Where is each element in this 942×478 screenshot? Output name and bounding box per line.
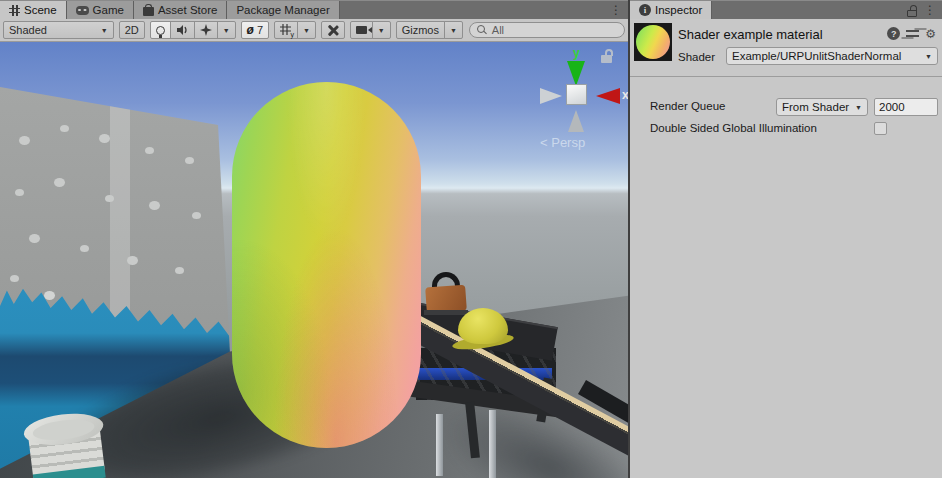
lightbulb-icon [156, 26, 165, 35]
gizmos-dropdown-button[interactable]: ▼ [444, 21, 463, 39]
shader-capsule[interactable] [232, 82, 421, 448]
scene-camera-button[interactable] [350, 21, 373, 39]
editor-tools-button[interactable] [321, 21, 345, 39]
crossed-tools-icon [327, 24, 339, 36]
camera-dropdown-button[interactable]: ▼ [372, 21, 391, 39]
double-sided-gi-row: Double Sided Global Illumination [630, 120, 942, 138]
shader-dropdown-value: Example/URPUnlitShaderNormal [732, 50, 901, 62]
material-title: Shader example material [678, 27, 823, 42]
gizmos-label: Gizmos [402, 24, 439, 36]
bench-leg-metal [489, 410, 496, 478]
scene-panel-menu-icon[interactable]: ⋮ [604, 1, 628, 19]
tab-inspector-label: Inspector [655, 4, 702, 16]
scene-visibility-button[interactable]: ø 7 [241, 21, 269, 39]
render-queue-dropdown-value: From Shader [782, 101, 849, 113]
material-header: Shader example material ? ⚙ Shader Examp… [630, 19, 942, 77]
shading-mode-label: Shaded [9, 24, 47, 36]
hidden-eye-icon: ø [247, 24, 254, 36]
chevron-down-icon: ▼ [303, 27, 310, 34]
render-queue-dropdown[interactable]: From Shader ▼ [776, 98, 868, 116]
axis-x-cone[interactable] [596, 88, 620, 104]
left-tab-bar: Scene Game Asset Store Package Manager ⋮ [0, 0, 628, 19]
tab-game[interactable]: Game [67, 1, 134, 19]
gizmo-center-cube[interactable] [566, 84, 587, 105]
grid-dropdown-button[interactable]: ▼ [297, 21, 316, 39]
tab-inspector[interactable]: i Inspector [630, 1, 712, 19]
scene-grid-icon [9, 5, 20, 16]
tab-package-manager[interactable]: Package Manager [227, 1, 339, 19]
asset-store-bag-icon [143, 7, 154, 16]
shading-mode-dropdown[interactable]: Shaded ▼ [3, 21, 114, 39]
hard-hat [458, 308, 508, 344]
render-queue-number-field[interactable] [874, 98, 938, 116]
effects-star-icon [200, 24, 212, 36]
axis-neg-cone-left[interactable] [540, 88, 562, 104]
double-sided-gi-checkbox[interactable] [874, 122, 887, 135]
unity-editor-window: Scene Game Asset Store Package Manager ⋮… [0, 0, 942, 478]
2d-label: 2D [125, 24, 139, 36]
inspector-tab-bar: i Inspector ⋮ [630, 0, 942, 19]
tab-game-label: Game [93, 4, 124, 16]
hidden-count: 7 [257, 24, 263, 36]
bucket-label-band [33, 466, 106, 478]
search-icon [476, 24, 488, 36]
chevron-down-icon: ▼ [223, 27, 230, 34]
inspector-body: Render Queue From Shader ▼ Double Sided … [630, 78, 942, 478]
material-preview-thumbnail[interactable] [634, 23, 672, 61]
gizmo-lock-icon[interactable] [600, 49, 614, 63]
jigsaw-tool-base [424, 310, 468, 315]
effects-toggle-button[interactable] [194, 21, 218, 39]
chevron-down-icon: ▼ [101, 27, 108, 34]
grid-axis-icon: y [280, 24, 292, 36]
inspector-lock-icon[interactable] [906, 5, 918, 17]
gamepad-icon [76, 6, 89, 15]
gizmos-button[interactable]: Gizmos [396, 21, 445, 39]
render-queue-label: Render Queue [650, 100, 725, 112]
chevron-down-icon: ▼ [925, 53, 932, 60]
tab-asset-store-label: Asset Store [158, 4, 217, 16]
scene-panel: Scene Game Asset Store Package Manager ⋮… [0, 0, 628, 478]
shader-row-label: Shader [678, 51, 715, 63]
scene-toolbar: Shaded ▼ 2D ▼ [0, 19, 628, 42]
wall-stripe [110, 87, 130, 327]
tab-asset-store[interactable]: Asset Store [134, 1, 227, 19]
audio-toggle-button[interactable] [170, 21, 195, 39]
tab-scene-label: Scene [24, 4, 57, 16]
tab-scene[interactable]: Scene [0, 1, 67, 19]
speaker-icon [176, 24, 189, 36]
grid-visibility-button[interactable]: y [274, 21, 298, 39]
chevron-down-icon: ▼ [855, 104, 862, 111]
effects-dropdown-button[interactable]: ▼ [217, 21, 236, 39]
gear-icon[interactable]: ⚙ [925, 28, 936, 40]
presets-icon[interactable] [906, 28, 919, 39]
scene-search-input[interactable]: All [469, 22, 625, 38]
inspector-panel: i Inspector ⋮ Shader example material ? … [630, 0, 942, 478]
chevron-down-icon: ▼ [450, 27, 457, 34]
2d-toggle-button[interactable]: 2D [119, 21, 145, 39]
paint-bucket [22, 409, 114, 478]
tabbar-spacer [340, 1, 604, 19]
shader-dropdown[interactable]: Example/URPUnlitShaderNormal ▼ [726, 47, 938, 65]
render-queue-row: Render Queue From Shader ▼ [630, 98, 942, 116]
help-icon[interactable]: ? [887, 27, 900, 40]
info-icon: i [639, 4, 651, 16]
camera-icon [356, 26, 367, 34]
lighting-toggle-button[interactable] [150, 21, 171, 39]
axis-neg-cone-bottom[interactable] [568, 110, 584, 132]
axis-y-cone[interactable] [567, 61, 585, 86]
search-placeholder: All [492, 24, 504, 36]
projection-mode-label[interactable]: Persp [540, 135, 585, 150]
chevron-down-icon: ▼ [378, 27, 385, 34]
inspector-menu-icon[interactable]: ⋮ [918, 1, 942, 19]
material-preview-sphere [636, 25, 670, 59]
tab-package-manager-label: Package Manager [236, 4, 329, 16]
bench-leg-metal [436, 414, 443, 476]
double-sided-gi-label: Double Sided Global Illumination [650, 122, 817, 134]
scene-viewport[interactable]: y x Persp [0, 42, 628, 478]
axis-y-label[interactable]: y [573, 46, 580, 60]
